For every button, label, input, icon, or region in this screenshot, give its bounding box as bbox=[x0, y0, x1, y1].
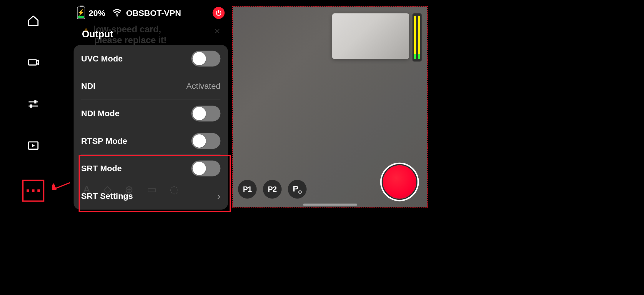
toggle-srt[interactable] bbox=[191, 160, 220, 176]
chevron-right-icon: › bbox=[217, 190, 220, 202]
section-title: Output bbox=[82, 28, 231, 39]
row-label: RTSP Mode bbox=[81, 136, 127, 146]
ndi-status: Activated bbox=[186, 81, 220, 91]
record-button[interactable] bbox=[383, 165, 416, 199]
svg-point-5 bbox=[117, 15, 118, 17]
sidebar-playback[interactable] bbox=[21, 133, 46, 158]
output-card: UVC Mode NDI Activated NDI Mode RTSP Mod… bbox=[74, 45, 228, 210]
row-label: NDI Mode bbox=[81, 109, 119, 118]
power-button[interactable] bbox=[213, 7, 225, 19]
toggle-rtsp[interactable] bbox=[191, 133, 220, 149]
row-label: SRT Settings bbox=[81, 191, 133, 201]
row-srt-mode[interactable]: SRT Mode bbox=[81, 155, 221, 182]
output-settings-panel: ⚡ 20% OBSBOT-VPN ▲low-speed card, please… bbox=[71, 5, 231, 208]
battery-percent: 20% bbox=[89, 8, 105, 18]
power-icon bbox=[215, 9, 222, 16]
row-label: SRT Mode bbox=[81, 164, 122, 173]
wifi-name: OBSBOT-VPN bbox=[126, 8, 181, 18]
row-ndi-mode[interactable]: NDI Mode bbox=[81, 100, 221, 127]
toggle-ndi[interactable] bbox=[191, 106, 220, 121]
preset-2[interactable]: P2 bbox=[263, 180, 282, 199]
row-uvc-mode[interactable]: UVC Mode bbox=[81, 45, 221, 72]
svg-rect-1 bbox=[34, 100, 36, 104]
row-label: NDI bbox=[81, 81, 96, 91]
audio-level-meter bbox=[412, 13, 422, 61]
sidebar-sliders[interactable] bbox=[21, 91, 46, 116]
svg-rect-0 bbox=[29, 60, 36, 65]
preview-thumbnail[interactable] bbox=[332, 13, 409, 59]
sidebar-home[interactable] bbox=[21, 8, 46, 33]
svg-line-4 bbox=[54, 183, 70, 189]
sidebar-more[interactable] bbox=[22, 180, 44, 202]
status-bar: ⚡ 20% OBSBOT-VPN bbox=[71, 5, 231, 21]
row-rtsp-mode[interactable]: RTSP Mode bbox=[81, 127, 221, 155]
row-srt-settings[interactable]: SRT Settings › bbox=[81, 182, 221, 209]
camera-preview[interactable]: P1 P2 P⊕ bbox=[233, 7, 427, 207]
wifi-icon bbox=[112, 8, 122, 18]
home-icon bbox=[27, 14, 39, 27]
preset-1[interactable]: P1 bbox=[238, 180, 257, 199]
battery-icon: ⚡ bbox=[77, 7, 85, 19]
home-indicator bbox=[303, 204, 357, 206]
annotation-arrow bbox=[52, 182, 71, 190]
row-label: UVC Mode bbox=[81, 54, 123, 63]
preset-add[interactable]: P⊕ bbox=[288, 180, 307, 199]
svg-rect-2 bbox=[30, 104, 32, 108]
toggle-uvc[interactable] bbox=[191, 51, 220, 66]
sliders-icon bbox=[27, 98, 39, 110]
more-icon bbox=[26, 189, 40, 192]
row-ndi[interactable]: NDI Activated bbox=[81, 72, 221, 100]
sidebar-camera[interactable] bbox=[21, 50, 46, 75]
playback-icon bbox=[27, 139, 39, 152]
camera-icon bbox=[27, 56, 39, 69]
